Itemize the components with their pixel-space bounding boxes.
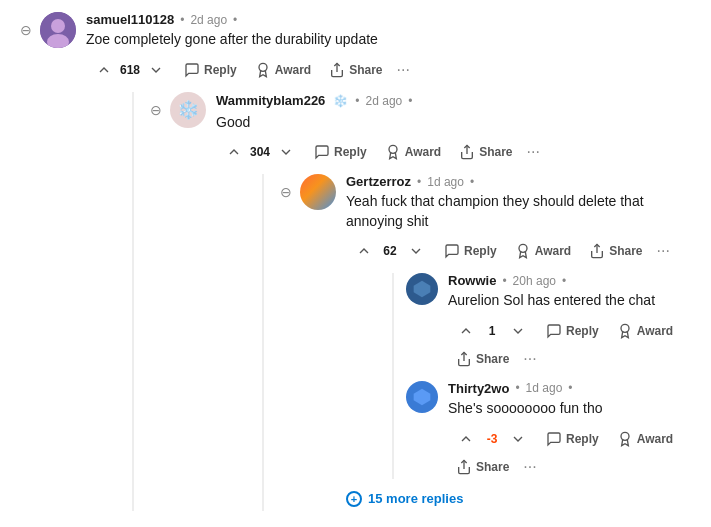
- downvote-samuel[interactable]: [144, 60, 168, 80]
- comment-content-wammi: Wammityblam226 ❄️ • 2d ago • Good: [216, 92, 695, 511]
- more-options-samuel[interactable]: ···: [393, 59, 414, 81]
- vote-count-wammi: 304: [250, 145, 270, 159]
- comment-samuel: ⊖ samuel110128 • 2d ago • Zoe completely…: [16, 12, 695, 511]
- svg-point-1: [51, 19, 65, 33]
- upvote-thirty[interactable]: [454, 429, 478, 449]
- reply-button-samuel[interactable]: Reply: [176, 58, 245, 82]
- comment-meta-samuel: samuel110128 • 2d ago •: [86, 12, 695, 27]
- upvote-rowwie[interactable]: [454, 321, 478, 341]
- comment-text-wammi: Good: [216, 113, 695, 133]
- award-button-wammi[interactable]: Award: [377, 140, 449, 164]
- more-options-gertz[interactable]: ···: [653, 240, 674, 262]
- avatar-wammi: ❄️: [170, 92, 206, 128]
- action-bar-wammi: 304 Reply Award: [216, 138, 695, 166]
- comment-meta-rowwie: Rowwie • 20h ago •: [448, 273, 695, 288]
- share-button-wammi[interactable]: Share: [451, 140, 520, 164]
- upvote-gertz[interactable]: [352, 241, 376, 261]
- downvote-wammi[interactable]: [274, 142, 298, 162]
- username-thirty: Thirty2wo: [448, 381, 509, 396]
- upvote-wammi[interactable]: [222, 142, 246, 162]
- comment-thread: ⊖ samuel110128 • 2d ago • Zoe completely…: [0, 0, 711, 523]
- action-bar-rowwie: 1: [448, 317, 695, 371]
- comment-content-samuel: samuel110128 • 2d ago • Zoe completely g…: [86, 12, 695, 511]
- reply-button-gertz[interactable]: Reply: [436, 239, 505, 263]
- reply-button-wammi[interactable]: Reply: [306, 140, 375, 164]
- comment-text-samuel: Zoe completely gone after the durability…: [86, 30, 695, 50]
- comment-meta-gertz: Gertzerroz • 1d ago •: [346, 174, 695, 189]
- comment-text-gertz: Yeah fuck that champion they should dele…: [346, 192, 695, 231]
- vote-section-gertz: 62: [346, 237, 434, 265]
- more-options-rowwie[interactable]: ···: [519, 348, 540, 370]
- svg-point-13: [621, 432, 629, 440]
- timestamp-gertz: 1d ago: [427, 175, 464, 189]
- avatar-thirty: [406, 381, 438, 413]
- award-button-gertz[interactable]: Award: [507, 239, 579, 263]
- comment-gertz: ⊖ Gertzerroz • 1d ago •: [276, 174, 695, 510]
- collapse-button-wammi[interactable]: ⊖: [146, 100, 166, 120]
- comment-text-thirty: She's soooooooo fun tho: [448, 399, 695, 419]
- share-button-samuel[interactable]: Share: [321, 58, 390, 82]
- avatar-rowwie: [406, 273, 438, 305]
- vote-count-rowwie: 1: [482, 324, 502, 338]
- award-button-rowwie[interactable]: Award: [609, 319, 681, 343]
- svg-point-3: [259, 63, 267, 71]
- more-replies-link[interactable]: + 15 more replies: [346, 487, 695, 511]
- timestamp-rowwie: 20h ago: [513, 274, 556, 288]
- svg-point-5: [389, 146, 397, 154]
- collapse-button-samuel[interactable]: ⊖: [16, 20, 36, 40]
- more-replies-label: 15 more replies: [368, 491, 463, 506]
- action-bar-samuel: 618 Reply Award Share ···: [86, 56, 695, 84]
- vote-count-thirty: -3: [482, 432, 502, 446]
- more-options-thirty[interactable]: ···: [519, 456, 540, 478]
- timestamp-wammi: 2d ago: [366, 94, 403, 108]
- action-bar-gertz: 62 Reply: [346, 237, 695, 265]
- avatar-gertz: [300, 174, 336, 210]
- comment-meta-wammi: Wammityblam226 ❄️ • 2d ago •: [216, 92, 695, 110]
- share-button-gertz[interactable]: Share: [581, 239, 650, 263]
- username-samuel: samuel110128: [86, 12, 174, 27]
- comment-thirty: Thirty2wo • 1d ago • She's soooooooo fun…: [406, 381, 695, 479]
- vote-count-samuel: 618: [120, 63, 140, 77]
- comment-content-gertz: Gertzerroz • 1d ago • Yeah fuck that cha…: [346, 174, 695, 510]
- more-options-wammi[interactable]: ···: [523, 141, 544, 163]
- collapse-button-gertz[interactable]: ⊖: [276, 182, 296, 202]
- award-button-thirty[interactable]: Award: [609, 427, 681, 451]
- svg-marker-9: [414, 281, 431, 298]
- nested-rowwie: Rowwie • 20h ago • Aurelion Sol has ente…: [392, 273, 695, 478]
- username-gertz: Gertzerroz: [346, 174, 411, 189]
- award-button-samuel[interactable]: Award: [247, 58, 319, 82]
- username-wammi: Wammityblam226: [216, 93, 325, 108]
- svg-point-7: [519, 245, 527, 253]
- comment-meta-thirty: Thirty2wo • 1d ago •: [448, 381, 695, 396]
- share-button-thirty[interactable]: Share: [448, 455, 517, 479]
- svg-point-10: [621, 324, 629, 332]
- vote-count-gertz: 62: [380, 244, 400, 258]
- avatar-samuel: [40, 12, 76, 48]
- downvote-gertz[interactable]: [404, 241, 428, 261]
- comment-rowwie: Rowwie • 20h ago • Aurelion Sol has ente…: [406, 273, 695, 371]
- comment-content-thirty: Thirty2wo • 1d ago • She's soooooooo fun…: [448, 381, 695, 479]
- reply-button-thirty[interactable]: Reply: [538, 427, 607, 451]
- nested-gertz: ⊖ Gertzerroz • 1d ago •: [262, 174, 695, 510]
- vote-section-thirty: -3: [448, 425, 536, 453]
- comment-wammi: ⊖ ❄️ Wammityblam226 ❄️ • 2d ago • Good: [146, 92, 695, 511]
- downvote-rowwie[interactable]: [506, 321, 530, 341]
- downvote-thirty[interactable]: [506, 429, 530, 449]
- timestamp-thirty: 1d ago: [526, 381, 563, 395]
- flair-wammi: ❄️: [331, 92, 349, 110]
- vote-section-samuel: 618: [86, 56, 174, 84]
- upvote-samuel[interactable]: [92, 60, 116, 80]
- timestamp-samuel: 2d ago: [190, 13, 227, 27]
- svg-marker-12: [414, 389, 431, 406]
- comment-content-rowwie: Rowwie • 20h ago • Aurelion Sol has ente…: [448, 273, 695, 371]
- reply-button-rowwie[interactable]: Reply: [538, 319, 607, 343]
- share-button-rowwie[interactable]: Share: [448, 347, 517, 371]
- comment-text-rowwie: Aurelion Sol has entered the chat: [448, 291, 695, 311]
- nested-wammi: ⊖ ❄️ Wammityblam226 ❄️ • 2d ago • Good: [132, 92, 695, 511]
- username-rowwie: Rowwie: [448, 273, 496, 288]
- vote-section-rowwie: 1: [448, 317, 536, 345]
- action-bar-thirty: -3: [448, 425, 695, 479]
- more-replies-icon: +: [346, 491, 362, 507]
- vote-section-wammi: 304: [216, 138, 304, 166]
